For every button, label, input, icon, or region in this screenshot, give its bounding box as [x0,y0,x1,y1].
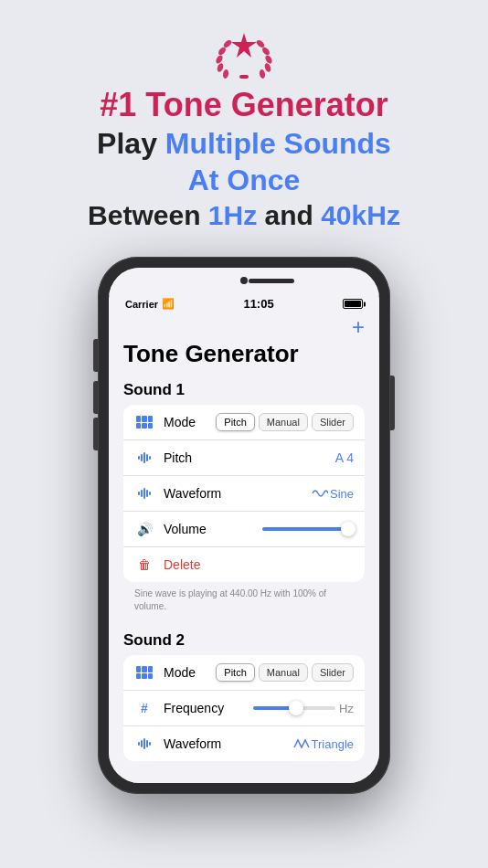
volume-slider[interactable] [262,527,354,531]
svg-point-3 [215,54,224,65]
svg-point-4 [216,62,224,72]
trash-icon-wrap: 🗑 [134,555,154,575]
desc-40khz: 40kHz [321,200,400,230]
camera-dot [240,277,248,284]
sound2-section: Sound 2 Mode P [123,631,365,761]
mode-buttons: Pitch Manual Slider [216,413,354,431]
sine-wave-icon [312,488,328,499]
freq-slider[interactable] [253,706,335,710]
svg-point-9 [263,62,271,72]
svg-marker-0 [231,33,257,58]
desc-and: and [257,200,321,230]
phone-mockup: Carrier 📶 11:05 + Tone Generator Sound 1 [80,257,408,794]
subtitle-line2: At Once [188,164,301,196]
speaker-icon: 🔊 [137,522,153,536]
hash-icon-wrap: # [134,698,154,718]
sound1-status-text: Sine wave is playing at 440.00 Hz with 1… [123,582,365,620]
mode-slider-btn[interactable]: Slider [312,413,354,431]
subtitle-prefix: Play [97,127,165,160]
status-bar: Carrier 📶 11:05 [109,295,379,311]
mode-label: Mode [164,415,216,429]
sound2-waveform-row: Waveform Triangle [123,726,365,761]
volume-label: Volume [164,522,262,536]
waveform-label: Waveform [164,486,312,501]
pitch-value[interactable]: A 4 [335,450,354,465]
subtitle-highlight: Multiple Sounds [165,127,391,160]
mode2-manual-btn[interactable]: Manual [259,663,308,682]
app-title-badge: #1 Tone Generator [100,86,387,123]
volume-icon: 🔊 [134,519,154,539]
mode2-slider-btn[interactable]: Slider [312,663,354,682]
svg-point-8 [264,54,273,65]
waveform-bars-icon [138,452,151,463]
carrier-label: Carrier [125,299,158,310]
waveform-icon [134,483,154,503]
app-title: Tone Generator [123,340,365,368]
hash-icon: # [141,701,148,715]
sound1-card: Mode Pitch Manual Slider [123,405,365,582]
mode2-label: Mode [164,665,216,680]
waveform2-icon [134,734,154,754]
sound1-volume-row: 🔊 Volume [123,512,365,547]
status-right [343,299,363,309]
svg-point-10 [259,69,266,79]
svg-rect-11 [239,75,249,79]
mode-pitch-btn[interactable]: Pitch [216,413,254,431]
sound1-delete-row: 🗑 Delete [123,547,365,582]
mode2-pitch-btn[interactable]: Pitch [216,663,254,682]
waveform2-bars-icon [138,738,151,749]
triangle-text: Triangle [312,737,354,751]
sound1-label: Sound 1 [123,381,365,399]
status-time: 11:05 [243,297,273,311]
sound2-freq-row: # Frequency Hz [123,691,365,726]
description-line: Between 1Hz and 40kHz [88,200,400,231]
phone-screen: Carrier 📶 11:05 + Tone Generator Sound 1 [109,268,379,783]
pitch-waveform-icon [134,448,154,468]
wifi-icon: 📶 [162,298,175,310]
waveform-bars2-icon [138,488,151,499]
phone-notch [109,268,379,295]
mode2-icon [134,662,154,683]
grid2-icon [136,666,153,679]
pitch-label: Pitch [164,450,335,465]
trash-icon: 🗑 [138,557,151,572]
mode-manual-btn[interactable]: Manual [259,413,308,431]
triangle-wave-icon [293,738,310,749]
volume-thumb[interactable] [341,522,355,536]
battery-fill [345,301,361,307]
status-left: Carrier 📶 [125,298,175,310]
waveform2-value: Triangle [293,737,354,751]
sound2-card: Mode Pitch Manual Slider # [123,655,365,761]
top-section: #1 Tone Generator Play Multiple Sounds A… [0,0,488,248]
phone-outer: Carrier 📶 11:05 + Tone Generator Sound 1 [98,257,390,794]
grid-icon [136,416,153,429]
sine-text: Sine [330,487,354,501]
battery-icon [343,299,363,309]
sound1-waveform-row: Waveform Sine [123,476,365,512]
svg-point-5 [222,69,229,79]
svg-point-7 [260,46,271,57]
speaker-bar [249,279,294,283]
hz-unit: Hz [339,702,354,715]
freq-thumb[interactable] [289,701,303,715]
sound1-pitch-row: Pitch A 4 [123,440,365,476]
waveform-value: Sine [312,487,354,501]
waveform2-label: Waveform [164,736,293,751]
subtitle: Play Multiple Sounds At Once [97,125,391,198]
desc-between: Between [88,200,208,230]
app-content: + Tone Generator Sound 1 [109,311,379,783]
mode-icon [134,412,154,432]
desc-1hz: 1Hz [208,200,257,230]
sound2-mode-row: Mode Pitch Manual Slider [123,655,365,691]
sound2-label: Sound 2 [123,631,365,650]
mode2-buttons: Pitch Manual Slider [216,663,354,682]
delete-button[interactable]: Delete [164,557,200,572]
freq-label: Frequency [164,701,253,715]
sound1-section: Sound 1 Mode P [123,381,365,620]
sound1-mode-row: Mode Pitch Manual Slider [123,405,365,440]
add-button[interactable]: + [352,314,365,340]
laurel-icon [207,26,281,80]
svg-point-2 [217,46,227,57]
